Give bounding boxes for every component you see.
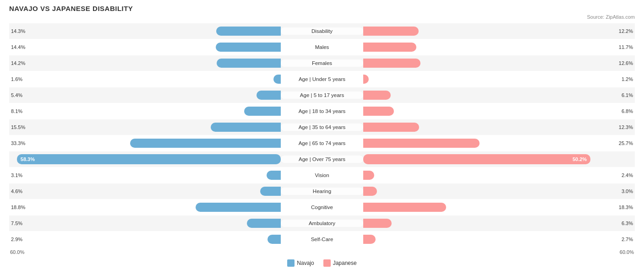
bar-row: 14.4% Males 11.7% — [9, 39, 635, 55]
bar-row: 7.5% Ambulatory 6.3% — [9, 215, 635, 231]
legend-navajo-box — [287, 259, 295, 267]
bar-label: Age | Under 5 years — [281, 75, 363, 83]
bar-label: Females — [281, 59, 363, 67]
legend-navajo-label: Navajo — [297, 260, 314, 266]
bar-row: 5.4% Age | 5 to 17 years 6.1% — [9, 87, 635, 103]
bar-label: Self-Care — [281, 236, 363, 243]
bar-row: 14.3% Disability 12.2% — [9, 23, 635, 39]
bar-row: 18.8% Cognitive 18.3% — [9, 199, 635, 215]
legend-navajo: Navajo — [287, 259, 314, 267]
legend-japanese-label: Japanese — [333, 260, 357, 266]
bar-label: Cognitive — [281, 204, 363, 211]
legend: Navajo Japanese — [9, 259, 635, 267]
bar-label: Vision — [281, 172, 363, 179]
bar-row: 14.2% Females 12.6% — [9, 55, 635, 71]
bar-label: Age | 65 to 74 years — [281, 140, 363, 147]
source-label: Source: ZipAtlas.com — [9, 14, 635, 20]
bar-row: 15.5% Age | 35 to 64 years 12.3% — [9, 119, 635, 135]
axis-left: 60.0% — [10, 249, 24, 255]
bar-row: 4.6% Hearing 3.0% — [9, 183, 635, 199]
bar-label: Age | Over 75 years — [281, 156, 363, 163]
bar-row: 1.6% Age | Under 5 years 1.2% — [9, 71, 635, 87]
bar-label: Hearing — [281, 188, 363, 195]
bar-label: Ambulatory — [281, 220, 363, 227]
chart-title: NAVAJO VS JAPANESE DISABILITY — [9, 5, 635, 12]
bar-label: Disability — [281, 27, 363, 35]
bar-row: 33.3% Age | 65 to 74 years 25.7% — [9, 135, 635, 151]
bar-label: Age | 18 to 34 years — [281, 108, 363, 115]
bar-label: Males — [281, 43, 363, 51]
legend-japanese: Japanese — [323, 259, 357, 267]
bar-row: 58.3% Age | Over 75 years 50.2% — [9, 151, 635, 167]
bar-label: Age | 5 to 17 years — [281, 92, 363, 99]
bar-row: 2.9% Self-Care 2.7% — [9, 232, 635, 247]
axis-right: 60.0% — [620, 249, 634, 255]
bar-row: 3.1% Vision 2.4% — [9, 167, 635, 183]
chart-area: 14.3% Disability 12.2% 14.4% Males 11 — [9, 23, 635, 247]
axis-labels: 60.0% 60.0% — [9, 249, 635, 255]
bar-row: 8.1% Age | 18 to 34 years 6.8% — [9, 103, 635, 119]
bar-label: Age | 35 to 64 years — [281, 124, 363, 131]
legend-japanese-box — [323, 259, 331, 267]
